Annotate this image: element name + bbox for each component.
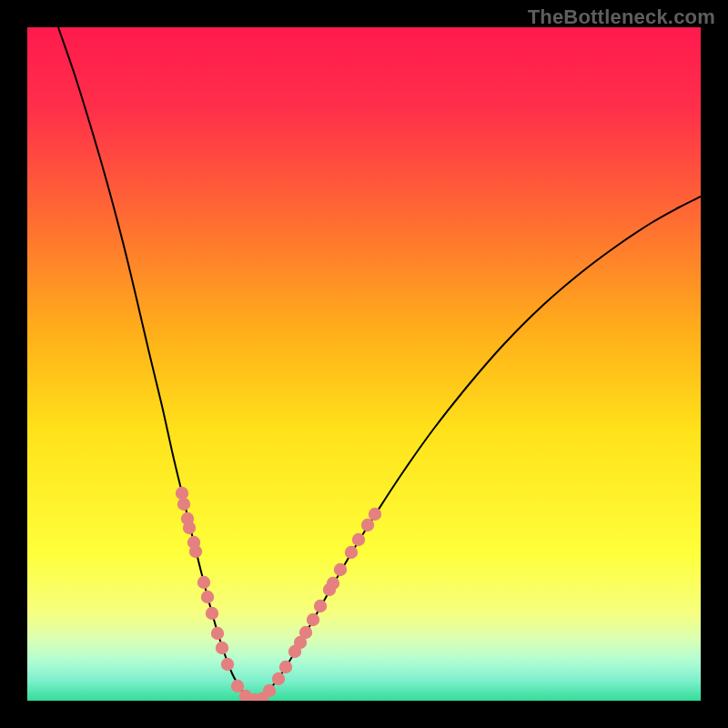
curve-left-curve (58, 27, 255, 701)
data-dot (263, 684, 276, 697)
data-dot (211, 627, 224, 640)
curve-layer (27, 27, 701, 701)
watermark-text: TheBottleneck.com (528, 5, 715, 29)
data-dot (177, 498, 190, 511)
data-dot (307, 613, 319, 626)
data-dot (345, 546, 358, 559)
data-dot (279, 661, 292, 673)
data-dot (189, 545, 202, 558)
data-dot (197, 576, 210, 589)
data-dot (369, 508, 381, 521)
data-dot (176, 487, 188, 500)
data-dot (352, 533, 365, 546)
chart-frame: TheBottleneck.com (0, 0, 728, 728)
plot-area (27, 27, 701, 701)
data-dot (334, 563, 347, 576)
data-dot (314, 600, 327, 612)
data-dot (216, 642, 228, 654)
data-dot (327, 577, 339, 590)
data-dot (183, 521, 196, 534)
data-dot (361, 519, 374, 531)
data-dot (206, 607, 218, 620)
data-dot (221, 658, 234, 671)
data-dot (201, 591, 214, 603)
data-dot (299, 626, 312, 639)
data-dot (272, 672, 285, 685)
curve-right-curve (255, 197, 701, 701)
